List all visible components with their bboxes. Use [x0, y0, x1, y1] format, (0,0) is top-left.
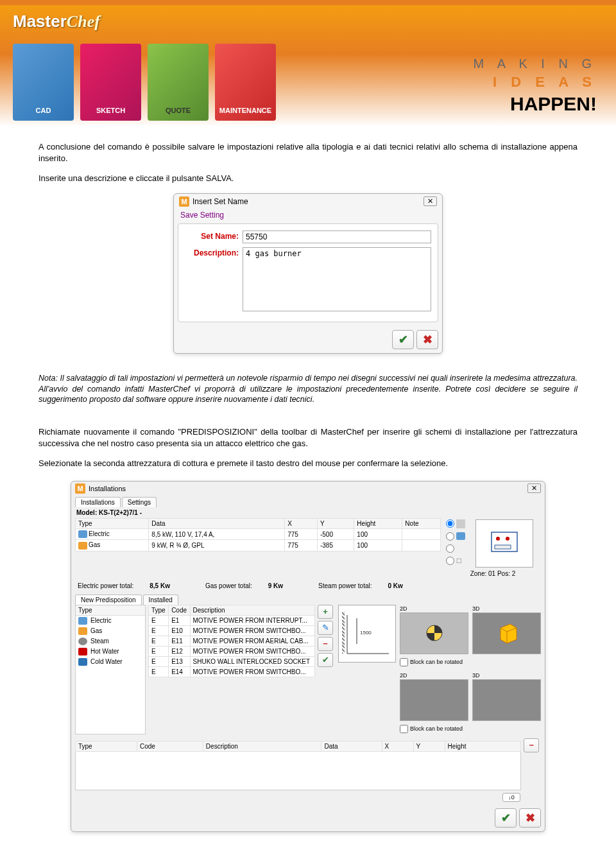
steam-icon — [78, 638, 87, 645]
table-row[interactable]: EE11MOTIVE POWER FROM AERIAL CAB... — [149, 636, 315, 646]
cube-3d-icon — [494, 620, 520, 646]
tab-installed[interactable]: Installed — [143, 595, 178, 605]
tab-settings[interactable]: Settings — [122, 497, 157, 507]
page-footer: Pag. 12 Render Image Srl Via Roma 101/5 … — [0, 845, 616, 868]
svg-point-2 — [506, 537, 509, 541]
box-maint: MAINTENANCE — [215, 44, 276, 121]
edit-button[interactable]: ✎ — [318, 621, 333, 635]
list-item[interactable]: Electric — [76, 616, 145, 626]
marker-2d-icon — [425, 623, 444, 643]
box-cad: CAD — [13, 44, 74, 121]
box-quote: QUOTE — [148, 44, 209, 121]
table-row[interactable]: EE13SHUKO WALL INTERLOCKED SOCKET — [149, 656, 315, 666]
dialog-subtitle: Save Setting — [174, 209, 442, 223]
block-3d-preview-2 — [472, 679, 541, 721]
close-button[interactable]: ✕ — [527, 483, 541, 493]
logo: MasterChef — [13, 12, 100, 31]
setname-input[interactable] — [243, 230, 431, 243]
table-row[interactable]: Gas 9 kW, R ¾ Ø, GPL775 -385100 — [76, 540, 441, 551]
rotate-checkbox-2[interactable]: Block can be rotated — [400, 724, 541, 734]
rotate-checkbox[interactable]: Block can be rotated — [400, 657, 541, 668]
page-content: A conclusione del comando è possibile sa… — [0, 125, 616, 845]
radio-option[interactable] — [446, 544, 466, 553]
note-paragraph: Nota: Il salvataggio di tali impostazion… — [38, 373, 578, 406]
insert-set-name-dialog: M Insert Set Name ✕ Save Setting Set Nam… — [173, 193, 443, 354]
coord-input[interactable]: ↓0 — [502, 793, 520, 802]
tab-installations[interactable]: Installations — [75, 497, 121, 507]
app-icon: M — [179, 196, 189, 207]
totals-row: Electric power total: 8,5 Kw Gas power t… — [71, 578, 545, 593]
radio-option[interactable] — [446, 519, 466, 528]
svg-marker-9 — [501, 624, 517, 643]
table-row[interactable]: EE1MOTIVE POWER FROM INTERRUPT... — [149, 615, 315, 625]
confirm-button[interactable]: ✔ — [318, 653, 333, 667]
preview-thumbnail — [475, 519, 533, 568]
coldwater-icon — [78, 658, 87, 666]
svg-text:1500: 1500 — [360, 630, 372, 636]
close-button[interactable]: ✕ — [424, 196, 437, 206]
cancel-button[interactable]: ✖ — [416, 330, 438, 349]
paragraph-2: Inserite una descrizione e cliccate il p… — [38, 173, 578, 184]
list-item[interactable]: Hot Water — [76, 647, 145, 657]
table-row[interactable]: Electric 8,5 kW, 110 V, 17,4 A,775 -5001… — [76, 528, 441, 539]
block-3d-label: 3D — [472, 605, 541, 612]
list-item[interactable]: Steam — [76, 636, 145, 647]
equipment-icon — [488, 529, 520, 558]
product-boxes: CAD SKETCH QUOTE MAINTENANCE — [13, 44, 276, 121]
gas-icon — [78, 627, 87, 635]
ok-button[interactable]: ✔ — [495, 808, 517, 828]
block-2d-preview — [400, 612, 468, 654]
app-icon: M — [75, 483, 85, 494]
ok-button[interactable]: ✔ — [392, 330, 414, 349]
installations-table: TypeData XY HeightNote Electric 8,5 kW, … — [75, 518, 441, 551]
tab-new-predisposition[interactable]: New Predisposition — [75, 595, 142, 605]
electric-icon — [78, 617, 87, 625]
header-banner: MasterChef CAD SKETCH QUOTE MAINTENANCE … — [0, 0, 616, 125]
installations-dialog: M Installations ✕ Installations Settings… — [71, 481, 545, 832]
paragraph-4: Selezionate la seconda attrezzatura di c… — [38, 458, 578, 469]
svg-point-1 — [496, 537, 500, 541]
table-row[interactable]: EE10MOTIVE POWER FROM SWITCHBO... — [149, 625, 315, 636]
add-button[interactable]: + — [318, 605, 333, 619]
list-item[interactable]: Cold Water — [76, 657, 145, 667]
box-sketch: SKETCH — [80, 44, 141, 121]
block-2d-label: 2D — [400, 605, 468, 612]
svg-rect-3 — [495, 545, 511, 549]
block-2d-preview-2 — [400, 679, 468, 721]
radio-option[interactable] — [446, 532, 466, 541]
table-row[interactable]: EE12MOTIVE POWER FROM SWITCHBO... — [149, 646, 315, 656]
description-input[interactable]: 4 gas burner — [243, 247, 431, 311]
model-label: Model: KS-T(2+2)7/1 - — [71, 507, 545, 518]
hotwater-icon — [78, 648, 87, 655]
block-3d-preview — [472, 612, 541, 654]
dialog2-title: Installations — [89, 485, 126, 492]
predisposition-table: TypeCodeDescription EE1MOTIVE POWER FROM… — [148, 605, 315, 677]
table-row[interactable]: EE14MOTIVE POWER FROM SWITCHBO... — [149, 666, 315, 677]
paragraph-3: Richiamate nuovamente il comando "PREDIS… — [38, 426, 578, 449]
cancel-button[interactable]: ✖ — [519, 808, 541, 828]
type-list: Type Electric Gas Steam Hot Water Cold W… — [75, 605, 146, 734]
description-label: Description: — [185, 247, 243, 257]
dialog-title: Insert Set Name — [193, 197, 248, 206]
selected-table: TypeCode DescriptionData XY Height — [75, 741, 521, 790]
radio-option[interactable]: ⬚ — [446, 557, 466, 565]
list-item[interactable]: Gas — [76, 626, 145, 636]
remove-selected-button[interactable]: − — [524, 738, 539, 752]
dialog-titlebar: M Insert Set Name ✕ — [174, 194, 442, 209]
schematic-preview: 1500 — [338, 605, 396, 663]
tagline: M A K I N G I D E A S HAPPEN! — [474, 56, 597, 115]
setname-label: Set Name: — [185, 230, 243, 241]
delete-button[interactable]: − — [318, 637, 333, 651]
view-radios: ⬚ — [445, 518, 468, 569]
zone-label: Zone: 01 Pos: 2 — [445, 569, 541, 578]
electric-icon — [78, 530, 87, 538]
dialog2-titlebar: M Installations ✕ — [71, 482, 545, 496]
paragraph-1: A conclusione del comando è possibile sa… — [38, 141, 578, 164]
gas-icon — [78, 542, 87, 550]
